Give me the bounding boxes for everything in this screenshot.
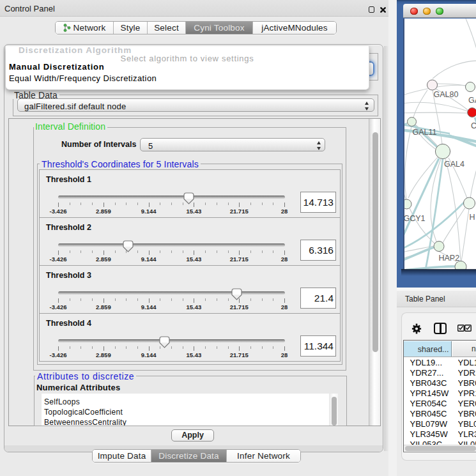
svg-text:HAP2: HAP2 xyxy=(439,254,460,263)
svg-text:C: C xyxy=(471,121,476,130)
svg-text:GAL4: GAL4 xyxy=(444,160,464,169)
svg-text:GA: GA xyxy=(468,96,476,105)
svg-text:H: H xyxy=(470,213,475,222)
svg-text:GAL80: GAL80 xyxy=(434,90,459,99)
svg-text:GAL11: GAL11 xyxy=(413,128,437,137)
svg-text:GCY1: GCY1 xyxy=(404,214,426,223)
